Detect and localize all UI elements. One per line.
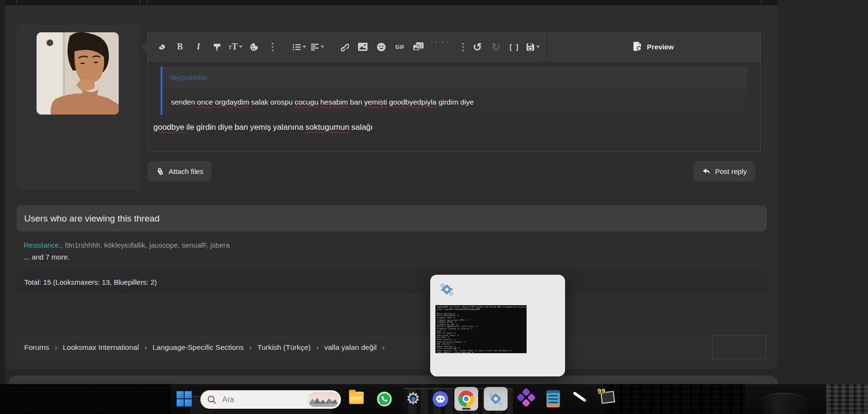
settings-dot bbox=[411, 397, 415, 401]
breadcrumb-link[interactable]: Turkish (Türkçe) bbox=[257, 343, 311, 352]
breadcrumb-link[interactable]: Looksmax International bbox=[63, 343, 139, 352]
quote-author-label: l9n1rshhhh: bbox=[171, 74, 208, 82]
preview-icon bbox=[633, 42, 642, 52]
avatar[interactable] bbox=[37, 32, 119, 115]
viewers-total-bar: Total: 15 (Looksmaxers: 13, Bluepillers:… bbox=[17, 270, 767, 294]
word: salağı bbox=[351, 123, 373, 132]
editor-speech-arrow bbox=[141, 40, 148, 53]
gif-icon[interactable]: GIF bbox=[393, 39, 407, 56]
settings-gear-icon[interactable]: ⚙ bbox=[405, 390, 421, 407]
attach-files-button[interactable]: Attach files bbox=[147, 161, 212, 182]
chevron-right-icon: › bbox=[249, 344, 252, 351]
viewer-link[interactable]: Resistance. bbox=[24, 241, 61, 249]
paint-format-icon[interactable] bbox=[210, 39, 224, 56]
reply-editor[interactable]: B I TT bbox=[147, 32, 761, 152]
preview-button[interactable]: Preview bbox=[547, 33, 760, 61]
chrome-taskbar-button[interactable] bbox=[454, 387, 478, 411]
word: ban bbox=[235, 123, 248, 132]
list-group bbox=[292, 39, 325, 56]
alignment-icon[interactable] bbox=[311, 39, 325, 56]
goodbyedpi-popup-window[interactable]: GoodbyeDPI v0.2.3rc3: Passive DPI blocke… bbox=[430, 275, 565, 376]
goodbyedpi-console-screenshot: GoodbyeDPI v0.2.3rc3: Passive DPI blocke… bbox=[435, 305, 527, 353]
bold-icon[interactable]: B bbox=[173, 39, 187, 56]
quote-text-row: sendenonceorgdaydimsalakorospucocuguhesa… bbox=[162, 89, 747, 115]
next-section-card bbox=[9, 375, 778, 384]
chrome-icon bbox=[458, 391, 474, 407]
console-line: Fake requests, wrong checksum: 0 bbox=[437, 352, 527, 353]
left-edge-strip bbox=[0, 0, 5, 384]
word: once bbox=[197, 98, 213, 106]
reply-draft-text: goodbyeilegirdindiyebanyemişyalanınasokt… bbox=[153, 123, 375, 132]
start-button[interactable] bbox=[177, 391, 192, 406]
word: ile bbox=[186, 123, 194, 132]
taskbar-search[interactable]: Ara bbox=[200, 390, 341, 409]
insert-link-icon[interactable] bbox=[337, 39, 351, 56]
word: goodbyedpiyla bbox=[389, 98, 436, 106]
search-weather-image[interactable] bbox=[308, 392, 339, 407]
goodbyedpi-logo-icon bbox=[440, 282, 454, 297]
quote-text: sendenonceorgdaydimsalakorospucocuguhesa… bbox=[171, 98, 476, 106]
search-placeholder: Ara bbox=[222, 395, 234, 404]
undo-icon[interactable]: ↺ bbox=[470, 39, 484, 56]
toggle-bbcode-icon[interactable]: [ ] bbox=[507, 39, 521, 56]
text-size-icon[interactable]: TT bbox=[228, 39, 243, 56]
chevron-right-icon: › bbox=[144, 344, 147, 351]
word: yalanına bbox=[273, 123, 303, 132]
insert-image-icon[interactable] bbox=[356, 39, 370, 56]
remove-format-icon[interactable] bbox=[154, 39, 169, 56]
history-group: ↺ ↻ [ ] bbox=[470, 39, 540, 56]
goodbyedpi-taskbar-button[interactable] bbox=[484, 387, 508, 411]
viewers-line: Resistance., l9n1rshhhh, kökleyicifallik… bbox=[24, 239, 230, 251]
smilies-icon[interactable] bbox=[374, 39, 388, 56]
word: orospu bbox=[270, 98, 292, 106]
text-color-icon[interactable] bbox=[247, 39, 261, 56]
more-options-icon[interactable] bbox=[265, 39, 280, 56]
chevron-down-icon bbox=[321, 46, 324, 48]
breadcrumb-link[interactable]: valla yalan değil bbox=[324, 343, 377, 352]
breadcrumb-link[interactable]: Language-Specific Sections bbox=[152, 343, 244, 352]
viewers-more: ... and 7 more. bbox=[24, 251, 230, 263]
viewer-names: , l9n1rshhhh, kökleyicifallik, jauscope,… bbox=[61, 241, 229, 249]
insert-media-icon[interactable] bbox=[411, 39, 425, 56]
list-icon[interactable] bbox=[292, 39, 306, 56]
whatsapp-icon[interactable] bbox=[377, 391, 392, 407]
post-reply-label: Post reply bbox=[715, 167, 747, 175]
counter-badge: 99 bbox=[597, 387, 605, 395]
discord-icon[interactable] bbox=[433, 391, 448, 407]
file-explorer-icon[interactable] bbox=[349, 392, 364, 404]
attach-files-label: Attach files bbox=[169, 167, 203, 175]
italic-icon[interactable]: I bbox=[191, 39, 206, 56]
word: girdin bbox=[196, 123, 216, 132]
drafts-icon[interactable] bbox=[526, 39, 540, 56]
format-group: B I TT bbox=[154, 39, 280, 56]
breadcrumb-ghost-box bbox=[712, 336, 766, 359]
word: diye bbox=[460, 98, 473, 106]
insert-quote-icon[interactable]: ”” bbox=[430, 39, 452, 56]
editor-content[interactable]: l9n1rshhhh: sendenonceorgdaydimsalakoros… bbox=[148, 61, 760, 132]
viewers-title: Users who are viewing this thread bbox=[24, 213, 160, 224]
goodbyedpi-icon bbox=[488, 391, 503, 406]
word: ban bbox=[350, 98, 362, 106]
viewers-header: Users who are viewing this thread bbox=[17, 205, 767, 231]
reply-arrow-icon bbox=[702, 167, 711, 176]
reply-draft-text-row[interactable]: goodbyeilegirdindiyebanyemişyalanınasokt… bbox=[153, 123, 755, 132]
word: orgdaydim bbox=[215, 98, 249, 106]
editor-toolbar: B I TT bbox=[148, 33, 760, 61]
screen: B I TT bbox=[0, 0, 868, 414]
word: salak bbox=[251, 98, 268, 106]
avatar-photo-art bbox=[37, 32, 119, 115]
more-insert-icon[interactable] bbox=[456, 39, 470, 56]
insert-group: GIF ”” bbox=[337, 39, 470, 56]
word: hesabim bbox=[320, 98, 348, 106]
breadcrumb-link[interactable]: Forums bbox=[24, 343, 49, 352]
notepad-icon[interactable] bbox=[547, 390, 560, 407]
paperclip-icon bbox=[154, 165, 166, 177]
breadcrumb: Forums›Looksmax International›Language-S… bbox=[17, 336, 767, 359]
viewers-total: Total: 15 (Looksmaxers: 13, Bluepillers:… bbox=[24, 278, 157, 286]
quote-author: l9n1rshhhh: bbox=[162, 67, 747, 89]
redo-icon[interactable]: ↻ bbox=[489, 39, 503, 56]
post-reply-button[interactable]: Post reply bbox=[693, 161, 755, 182]
chevron-right-icon: › bbox=[382, 344, 385, 351]
active-app-indicator bbox=[462, 408, 471, 410]
word: cocugu bbox=[294, 98, 318, 106]
